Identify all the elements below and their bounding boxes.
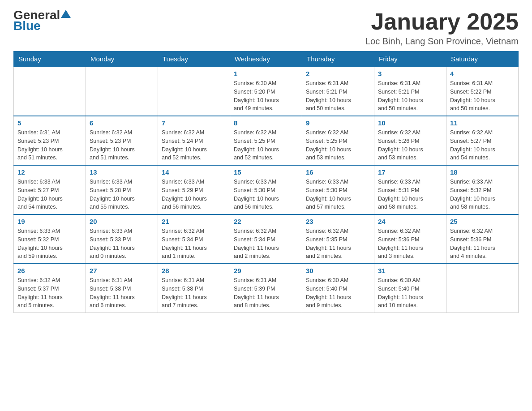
day-info: Sunrise: 6:31 AM Sunset: 5:22 PM Dayligh… [450,79,515,113]
day-info: Sunrise: 6:32 AM Sunset: 5:25 PM Dayligh… [234,128,298,162]
day-number: 12 [17,168,82,176]
day-number: 23 [306,218,370,225]
day-number: 19 [17,218,82,225]
day-info: Sunrise: 6:31 AM Sunset: 5:23 PM Dayligh… [17,128,82,162]
calendar-cell: 30Sunrise: 6:30 AM Sunset: 5:40 PM Dayli… [302,264,374,313]
calendar-cell: 15Sunrise: 6:33 AM Sunset: 5:30 PM Dayli… [230,165,302,214]
day-number: 3 [378,70,442,77]
calendar-cell: 31Sunrise: 6:30 AM Sunset: 5:40 PM Dayli… [374,264,446,313]
day-number: 13 [90,168,154,176]
col-wednesday: Wednesday [230,51,302,67]
day-info: Sunrise: 6:32 AM Sunset: 5:23 PM Dayligh… [90,128,154,162]
calendar-week-5: 26Sunrise: 6:32 AM Sunset: 5:37 PM Dayli… [14,264,519,313]
day-number: 8 [234,119,298,127]
day-number: 1 [234,70,298,77]
calendar-header-row: Sunday Monday Tuesday Wednesday Thursday… [14,51,519,67]
day-number: 21 [162,218,226,225]
calendar-cell: 4Sunrise: 6:31 AM Sunset: 5:22 PM Daylig… [446,67,519,116]
day-number: 2 [306,70,370,77]
calendar-cell [446,264,519,313]
day-info: Sunrise: 6:31 AM Sunset: 5:39 PM Dayligh… [234,276,298,310]
day-info: Sunrise: 6:32 AM Sunset: 5:34 PM Dayligh… [162,227,226,261]
day-number: 27 [90,267,154,274]
day-number: 9 [306,119,370,127]
calendar-cell: 16Sunrise: 6:33 AM Sunset: 5:30 PM Dayli… [302,165,374,214]
title-area: January 2025 Loc Binh, Lang Son Province… [365,9,519,47]
day-number: 7 [162,119,226,127]
calendar-cell: 24Sunrise: 6:32 AM Sunset: 5:36 PM Dayli… [374,214,446,264]
calendar-week-1: 1Sunrise: 6:30 AM Sunset: 5:20 PM Daylig… [14,67,519,116]
calendar-week-2: 5Sunrise: 6:31 AM Sunset: 5:23 PM Daylig… [14,116,519,165]
day-info: Sunrise: 6:32 AM Sunset: 5:25 PM Dayligh… [306,128,370,162]
logo-triangle-icon [61,10,71,18]
calendar-cell: 22Sunrise: 6:32 AM Sunset: 5:34 PM Dayli… [230,214,302,264]
day-info: Sunrise: 6:33 AM Sunset: 5:32 PM Dayligh… [17,227,82,261]
calendar-cell: 28Sunrise: 6:31 AM Sunset: 5:38 PM Dayli… [158,264,230,313]
calendar-cell: 12Sunrise: 6:33 AM Sunset: 5:27 PM Dayli… [14,165,86,214]
day-number: 6 [90,119,154,127]
calendar-cell: 25Sunrise: 6:32 AM Sunset: 5:36 PM Dayli… [446,214,519,264]
day-number: 30 [306,267,370,274]
calendar-cell: 6Sunrise: 6:32 AM Sunset: 5:23 PM Daylig… [86,116,158,165]
calendar-cell: 9Sunrise: 6:32 AM Sunset: 5:25 PM Daylig… [302,116,374,165]
calendar-cell: 10Sunrise: 6:32 AM Sunset: 5:26 PM Dayli… [374,116,446,165]
calendar-cell: 18Sunrise: 6:33 AM Sunset: 5:32 PM Dayli… [446,165,519,214]
day-number: 17 [378,168,442,176]
day-number: 28 [162,267,226,274]
day-number: 16 [306,168,370,176]
calendar-cell: 26Sunrise: 6:32 AM Sunset: 5:37 PM Dayli… [14,264,86,313]
day-info: Sunrise: 6:31 AM Sunset: 5:38 PM Dayligh… [162,276,226,310]
day-info: Sunrise: 6:33 AM Sunset: 5:29 PM Dayligh… [162,178,226,211]
day-info: Sunrise: 6:33 AM Sunset: 5:30 PM Dayligh… [306,178,370,211]
calendar-cell: 17Sunrise: 6:33 AM Sunset: 5:31 PM Dayli… [374,165,446,214]
calendar-cell: 21Sunrise: 6:32 AM Sunset: 5:34 PM Dayli… [158,214,230,264]
logo: General Blue [13,9,71,32]
day-info: Sunrise: 6:31 AM Sunset: 5:21 PM Dayligh… [378,79,442,113]
day-number: 25 [450,218,515,225]
svg-marker-0 [61,10,71,18]
logo-text-blue: Blue [13,20,41,32]
calendar-cell: 14Sunrise: 6:33 AM Sunset: 5:29 PM Dayli… [158,165,230,214]
day-info: Sunrise: 6:31 AM Sunset: 5:38 PM Dayligh… [90,276,154,310]
day-number: 11 [450,119,515,127]
day-info: Sunrise: 6:32 AM Sunset: 5:35 PM Dayligh… [306,227,370,261]
day-info: Sunrise: 6:32 AM Sunset: 5:36 PM Dayligh… [450,227,515,261]
day-number: 10 [378,119,442,127]
col-friday: Friday [374,51,446,67]
day-number: 20 [90,218,154,225]
day-info: Sunrise: 6:30 AM Sunset: 5:40 PM Dayligh… [306,276,370,310]
day-number: 24 [378,218,442,225]
calendar-cell: 11Sunrise: 6:32 AM Sunset: 5:27 PM Dayli… [446,116,519,165]
calendar-cell: 29Sunrise: 6:31 AM Sunset: 5:39 PM Dayli… [230,264,302,313]
page-header: General Blue January 2025 Loc Binh, Lang… [13,9,519,47]
calendar-cell [86,67,158,116]
calendar-cell [158,67,230,116]
col-tuesday: Tuesday [158,51,230,67]
day-info: Sunrise: 6:32 AM Sunset: 5:36 PM Dayligh… [378,227,442,261]
day-info: Sunrise: 6:32 AM Sunset: 5:26 PM Dayligh… [378,128,442,162]
day-number: 31 [378,267,442,274]
day-number: 4 [450,70,515,77]
day-info: Sunrise: 6:33 AM Sunset: 5:32 PM Dayligh… [450,178,515,211]
col-sunday: Sunday [14,51,86,67]
calendar-table: Sunday Monday Tuesday Wednesday Thursday… [13,51,519,313]
day-info: Sunrise: 6:32 AM Sunset: 5:37 PM Dayligh… [17,276,82,310]
calendar-cell: 1Sunrise: 6:30 AM Sunset: 5:20 PM Daylig… [230,67,302,116]
day-number: 29 [234,267,298,274]
calendar-cell: 3Sunrise: 6:31 AM Sunset: 5:21 PM Daylig… [374,67,446,116]
calendar-cell: 5Sunrise: 6:31 AM Sunset: 5:23 PM Daylig… [14,116,86,165]
calendar-cell: 8Sunrise: 6:32 AM Sunset: 5:25 PM Daylig… [230,116,302,165]
day-info: Sunrise: 6:32 AM Sunset: 5:34 PM Dayligh… [234,227,298,261]
calendar-cell: 20Sunrise: 6:33 AM Sunset: 5:33 PM Dayli… [86,214,158,264]
col-thursday: Thursday [302,51,374,67]
calendar-cell: 2Sunrise: 6:31 AM Sunset: 5:21 PM Daylig… [302,67,374,116]
day-number: 5 [17,119,82,127]
calendar-cell: 27Sunrise: 6:31 AM Sunset: 5:38 PM Dayli… [86,264,158,313]
day-info: Sunrise: 6:30 AM Sunset: 5:40 PM Dayligh… [378,276,442,310]
day-info: Sunrise: 6:32 AM Sunset: 5:24 PM Dayligh… [162,128,226,162]
col-saturday: Saturday [446,51,519,67]
day-info: Sunrise: 6:33 AM Sunset: 5:33 PM Dayligh… [90,227,154,261]
day-info: Sunrise: 6:32 AM Sunset: 5:27 PM Dayligh… [450,128,515,162]
day-info: Sunrise: 6:33 AM Sunset: 5:27 PM Dayligh… [17,178,82,211]
calendar-cell [14,67,86,116]
